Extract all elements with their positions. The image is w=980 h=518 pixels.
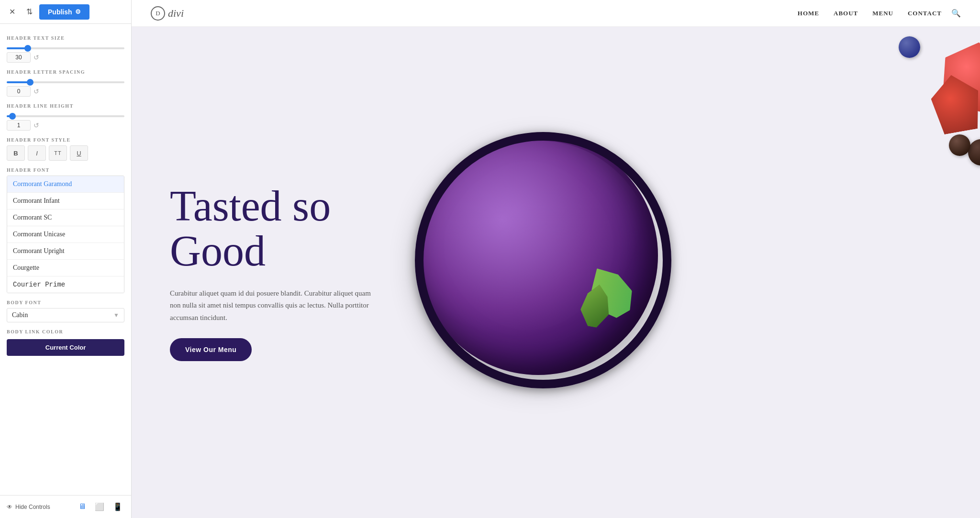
mobile-icon[interactable]: 📱 [111, 500, 124, 513]
blueberry-fruit [899, 36, 920, 58]
underline-button[interactable]: U [70, 145, 88, 161]
header-text-size-slider-row: 30 ↺ [7, 44, 124, 63]
hero-area: Tasted so Good Curabitur aliquet quam id… [132, 27, 980, 518]
bowl-rim [415, 132, 671, 388]
nav-link-menu[interactable]: MENU [872, 10, 893, 17]
header-letter-spacing-input[interactable] [7, 86, 31, 97]
site-logo: D divi [151, 6, 184, 21]
body-font-select[interactable]: Cabin ▼ [7, 308, 124, 322]
device-icons: 🖥 ⬜ 📱 [77, 500, 124, 513]
bowl-container [419, 136, 668, 385]
desktop-icon[interactable]: 🖥 [77, 500, 88, 513]
header-line-height-track[interactable] [7, 115, 124, 117]
font-list-item-courier-prime[interactable]: Courier Prime [7, 276, 124, 293]
body-font-value: Cabin [12, 311, 28, 319]
font-style-row: B I TT U [7, 145, 124, 161]
nav-link-about[interactable]: ABOUT [834, 10, 858, 17]
font-list-item-cormorant-upright[interactable]: Cormorant Upright [7, 243, 124, 260]
header-text-size-input[interactable]: 30 [7, 52, 31, 63]
view-menu-button[interactable]: View Our Menu [170, 338, 252, 361]
panel-content: Header Text Size 30 ↺ Header Letter Spac… [0, 24, 131, 495]
body-font-label: Body Font [7, 300, 124, 305]
header-text-size-reset[interactable]: ↺ [33, 54, 39, 61]
font-list-item-cormorant-sc[interactable]: Cormorant SC [7, 209, 124, 226]
header-letter-spacing-track[interactable] [7, 81, 124, 83]
hero-body-text: Curabitur aliquet quam id dui posuere bl… [170, 287, 371, 324]
font-list-item-cormorant-garamond[interactable]: Cormorant Garamond [7, 176, 124, 193]
italic-button[interactable]: I [28, 145, 46, 161]
header-line-height-thumb[interactable] [9, 113, 16, 120]
hero-title-line1: Tasted so [170, 182, 331, 230]
search-icon[interactable]: 🔍 [951, 9, 961, 18]
body-font-arrow-icon: ▼ [113, 312, 119, 319]
bold-button[interactable]: B [7, 145, 25, 161]
header-letter-spacing-slider-row: ↺ [7, 77, 124, 97]
publish-gear-icon: ⚙ [75, 8, 81, 15]
header-line-height-label: Header Line Height [7, 103, 124, 109]
hero-title-line2: Good [170, 227, 266, 275]
hero-title: Tasted so Good [170, 184, 371, 274]
sort-icon[interactable]: ⇅ [22, 5, 36, 19]
nav-link-home[interactable]: HOME [798, 10, 819, 17]
close-icon[interactable]: ✕ [5, 5, 19, 19]
eye-icon: 👁 [7, 504, 12, 510]
header-letter-spacing-label: Header Letter Spacing [7, 69, 124, 75]
header-text-size-thumb[interactable] [24, 45, 31, 52]
header-letter-spacing-reset[interactable]: ↺ [33, 88, 39, 95]
top-bar: ✕ ⇅ Publish ⚙ [0, 0, 131, 24]
publish-button[interactable]: Publish ⚙ [39, 4, 89, 20]
font-list-item-cormorant-unicase[interactable]: Cormorant Unicase [7, 226, 124, 243]
nav-links: HOME ABOUT MENU CONTACT [798, 10, 942, 17]
font-list-item-courgette[interactable]: Courgette [7, 260, 124, 276]
left-panel: ✕ ⇅ Publish ⚙ Header Text Size 30 ↺ Head… [0, 0, 132, 518]
logo-letter: D [156, 10, 160, 17]
header-font-label: Header Font [7, 167, 124, 173]
header-font-style-label: Header Font Style [7, 137, 124, 143]
right-area: D divi HOME ABOUT MENU CONTACT 🔍 Tasted … [132, 0, 980, 518]
font-list-item-cormorant-infant[interactable]: Cormorant Infant [7, 193, 124, 209]
hero-image [400, 27, 980, 518]
logo-circle: D [151, 6, 165, 21]
tablet-icon[interactable]: ⬜ [93, 500, 106, 513]
tt-button[interactable]: TT [49, 145, 67, 161]
logo-text: divi [168, 7, 184, 20]
nav-link-contact[interactable]: CONTACT [908, 10, 942, 17]
blackberry-2 [949, 134, 970, 156]
hide-controls-button[interactable]: 👁 Hide Controls [7, 504, 50, 510]
header-text-size-track[interactable] [7, 47, 124, 49]
current-color-button[interactable]: Current Color [7, 339, 124, 356]
font-list: Cormorant Garamond Cormorant Infant Corm… [7, 176, 124, 293]
header-line-height-reset[interactable]: ↺ [33, 121, 39, 129]
header-letter-spacing-thumb[interactable] [27, 79, 33, 86]
hero-text: Tasted so Good Curabitur aliquet quam id… [132, 27, 400, 518]
body-link-color-label: Body Link Color [7, 329, 124, 334]
bottom-bar: 👁 Hide Controls 🖥 ⬜ 📱 [0, 495, 131, 518]
header-text-size-label: Header Text Size [7, 35, 124, 41]
site-nav: D divi HOME ABOUT MENU CONTACT 🔍 [132, 0, 980, 27]
publish-label: Publish [48, 8, 72, 16]
header-line-height-input[interactable] [7, 120, 31, 131]
hide-controls-label: Hide Controls [15, 504, 50, 510]
fruits-decoration [841, 36, 980, 170]
header-line-height-slider-row: ↺ [7, 111, 124, 131]
